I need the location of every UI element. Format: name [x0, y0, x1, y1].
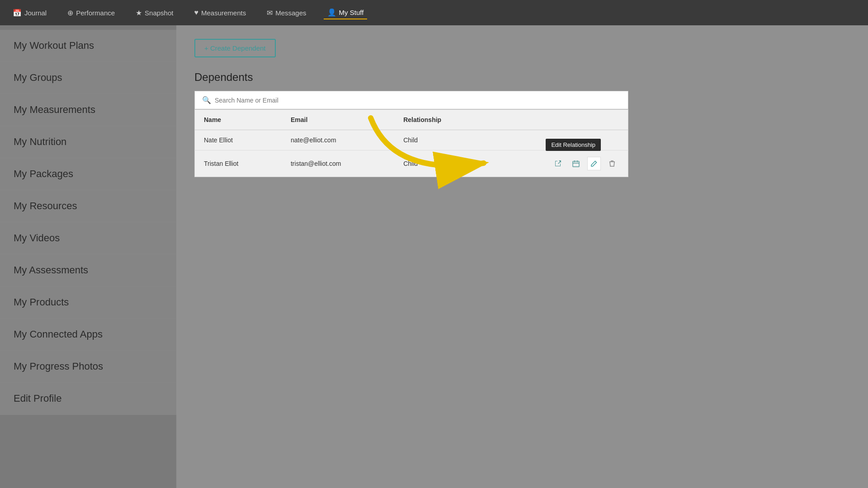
- sidebar-item-edit-profile[interactable]: Edit Profile: [0, 383, 176, 415]
- messages-icon: ✉: [267, 9, 273, 17]
- layout: My Workout Plans My Groups My Measuremen…: [0, 25, 868, 488]
- sidebar: My Workout Plans My Groups My Measuremen…: [0, 25, 176, 488]
- calendar-icon[interactable]: [569, 157, 583, 170]
- nav-measurements[interactable]: ♥ Measurements: [190, 7, 250, 19]
- create-dependent-button[interactable]: + Create Dependent: [194, 39, 276, 57]
- sidebar-item-measurements[interactable]: My Measurements: [0, 94, 176, 126]
- dependents-title: Dependents: [194, 71, 850, 84]
- edit-tooltip-wrapper: Edit Relationship: [587, 157, 601, 170]
- sidebar-item-nutrition[interactable]: My Nutrition: [0, 126, 176, 158]
- search-bar: 🔍: [194, 91, 628, 109]
- dependents-table: Name Email Relationship Nate Elliot nate…: [194, 109, 628, 177]
- sidebar-item-assessments[interactable]: My Assessments: [0, 254, 176, 286]
- nav-journal-label: Journal: [24, 9, 47, 17]
- nav-snapshot[interactable]: ★ Snapshot: [132, 7, 177, 19]
- performance-icon: ⊕: [67, 9, 73, 17]
- nav-messages[interactable]: ✉ Messages: [263, 7, 310, 19]
- sidebar-item-products[interactable]: My Products: [0, 286, 176, 319]
- row-relationship: Child: [394, 130, 486, 150]
- row-email: tristan@elliot.com: [282, 150, 394, 177]
- create-button-label: + Create Dependent: [204, 44, 266, 52]
- nav-performance-label: Performance: [76, 9, 115, 17]
- row-name: Tristan Elliot: [195, 150, 282, 177]
- sidebar-item-resources[interactable]: My Resources: [0, 190, 176, 222]
- nav-messages-label: Messages: [275, 9, 306, 17]
- col-actions: [486, 110, 628, 130]
- nav-journal[interactable]: 📅 Journal: [9, 7, 50, 19]
- edit-relationship-tooltip: Edit Relationship: [546, 139, 601, 151]
- sidebar-item-workout-plans[interactable]: My Workout Plans: [0, 30, 176, 62]
- main-content: + Create Dependent Dependents 🔍 Name Ema…: [176, 25, 868, 488]
- sidebar-item-videos[interactable]: My Videos: [0, 222, 176, 254]
- nav-performance[interactable]: ⊕ Performance: [64, 7, 118, 19]
- nav-snapshot-label: Snapshot: [145, 9, 173, 17]
- top-nav: 📅 Journal ⊕ Performance ★ Snapshot ♥ Mea…: [0, 0, 868, 25]
- sidebar-item-progress-photos[interactable]: My Progress Photos: [0, 351, 176, 383]
- measurements-icon: ♥: [194, 9, 198, 17]
- col-relationship: Relationship: [394, 110, 486, 130]
- row-email: nate@elliot.com: [282, 130, 394, 150]
- table-header-row: Name Email Relationship: [195, 110, 628, 130]
- external-link-icon[interactable]: [551, 157, 565, 170]
- svg-rect-0: [573, 161, 579, 167]
- sidebar-item-connected-apps[interactable]: My Connected Apps: [0, 319, 176, 351]
- nav-mystuff[interactable]: 👤 My Stuff: [324, 6, 368, 19]
- snapshot-icon: ★: [136, 9, 142, 17]
- journal-icon: 📅: [13, 9, 22, 17]
- table-row: Tristan Elliot tristan@elliot.com Child: [195, 150, 628, 177]
- delete-icon[interactable]: [605, 157, 619, 170]
- search-icon: 🔍: [202, 96, 211, 104]
- col-email: Email: [282, 110, 394, 130]
- sidebar-item-packages[interactable]: My Packages: [0, 158, 176, 190]
- nav-mystuff-label: My Stuff: [339, 9, 364, 16]
- nav-measurements-label: Measurements: [201, 9, 246, 17]
- row-actions: Edit Relationship: [486, 150, 628, 177]
- edit-relationship-button[interactable]: [587, 157, 601, 170]
- row-relationship: Child: [394, 150, 486, 177]
- search-input[interactable]: [215, 97, 621, 104]
- mystuff-icon: 👤: [327, 8, 336, 17]
- row-name: Nate Elliot: [195, 130, 282, 150]
- action-icons-tristan: Edit Relationship: [495, 157, 619, 170]
- col-name: Name: [195, 110, 282, 130]
- sidebar-item-groups[interactable]: My Groups: [0, 62, 176, 94]
